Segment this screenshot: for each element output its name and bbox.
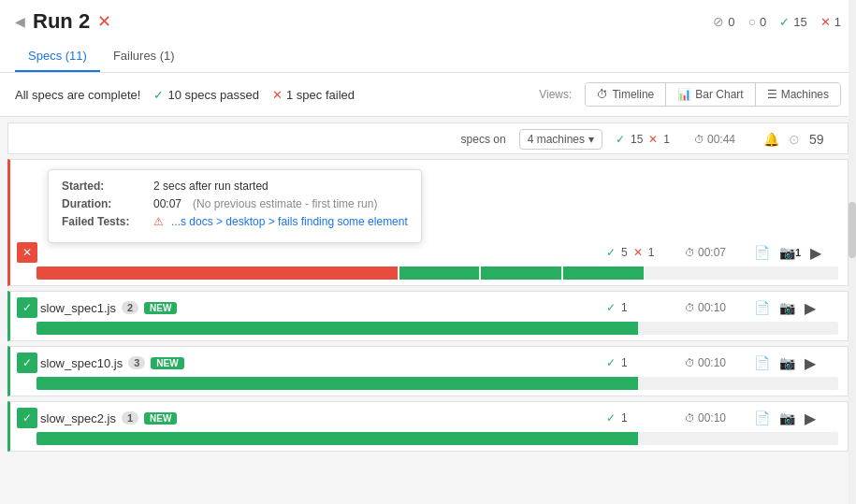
scrollbar-thumb[interactable] <box>849 202 856 258</box>
pass-icon: ✓ <box>616 133 625 146</box>
passed-check-icon: ✓ <box>779 15 790 29</box>
spec-action-icons: 📄 📷 ▶ <box>754 354 829 372</box>
play-button[interactable]: ▶ <box>810 244 821 262</box>
spec-slow2-row: ✓ slow_spec2.js 1 New ✓ 1 ⏱ 00:10 <box>7 401 849 452</box>
scrollbar-track[interactable] <box>849 0 856 504</box>
duration-label: Duration: <box>62 197 146 210</box>
archive-count: 59 <box>809 132 824 147</box>
spec-action-icons: 📄 📷 1 ▶ <box>754 244 829 262</box>
failed-spec-row: Started: 2 secs after run started Durati… <box>7 159 849 286</box>
warning-icon: ⚠ <box>153 215 164 228</box>
doc-icon[interactable]: 📄 <box>754 245 770 260</box>
summary-row: specs on 4 machines ▾ ✓ 15 ✕ 1 ⏱ 00:44 <box>7 122 849 154</box>
spec-name: slow_spec1.js 2 New <box>40 301 606 315</box>
doc-icon[interactable]: 📄 <box>754 355 770 370</box>
failed-cross-icon: ✕ <box>272 88 283 102</box>
tab-failures[interactable]: Failures (1) <box>100 41 188 72</box>
new-badge: New <box>144 302 177 314</box>
spec-slow1-row: ✓ slow_spec1.js 2 New ✓ 1 ⏱ 00:10 <box>7 291 849 341</box>
summary-icons: 🔔 ⊙ 59 <box>763 132 838 147</box>
spec-action-icons: 📄 📷 ▶ <box>754 299 829 317</box>
timeline-view-button[interactable]: ⏱ Timeline <box>586 83 666 106</box>
bar-pass-segment <box>36 322 638 335</box>
page-header: ◀ Run 2 ✕ ⊘ 0 ○ 0 ✓ 15 ✕ 1 <box>0 0 856 73</box>
spec-slow10-row: ✓ slow_spec10.js 3 New ✓ 1 ⏱ 00:10 <box>7 346 849 396</box>
spec-tooltip: Started: 2 secs after run started Durati… <box>48 169 422 243</box>
spec-number-badge: 3 <box>128 356 145 369</box>
toolbar: All specs are complete! ✓ 10 specs passe… <box>0 73 856 117</box>
bar-pass-segment <box>36 432 638 445</box>
passed-check-icon: ✓ <box>153 88 164 102</box>
clock-icon: ⏱ <box>685 302 695 313</box>
failed-count: 1 <box>834 15 841 29</box>
close-run-button[interactable]: ✕ <box>97 11 111 32</box>
bar-pass-segment-1 <box>399 266 480 280</box>
failed-tests-label: Failed Tests: <box>62 215 146 228</box>
tab-specs[interactable]: Specs (11) <box>15 41 100 72</box>
machines-selector[interactable]: 4 machines ▾ <box>519 129 602 150</box>
started-value: 2 secs after run started <box>153 180 268 193</box>
failed-summary: ✕ 1 spec failed <box>272 88 355 102</box>
spec-action-icons: 📄 📷 ▶ <box>754 410 829 427</box>
back-button[interactable]: ◀ <box>15 14 25 29</box>
chevron-down-icon: ▾ <box>588 133 594 146</box>
pass-icon: ✓ <box>606 356 616 369</box>
bar-pass-segment-2 <box>481 266 561 280</box>
duration-note: (No previous estimate - first time run) <box>193 197 377 210</box>
spec-duration: ⏱ 00:10 <box>685 411 741 425</box>
spec-bar <box>10 266 848 285</box>
failed-test-link[interactable]: ...s docs > desktop > fails finding some… <box>171 215 408 228</box>
timeline-icon: ⏱ <box>597 88 608 101</box>
total-tests: ✓ 15 ✕ 1 <box>616 133 681 146</box>
skipped-count: 0 <box>760 15 766 29</box>
spec-tests: ✓ 1 <box>606 301 672 314</box>
pass-status-badge: ✓ <box>17 353 37 373</box>
doc-icon[interactable]: 📄 <box>754 410 770 425</box>
bar-failed-segment <box>36 266 398 280</box>
duration-value: 00:07 <box>153 197 181 210</box>
started-label: Started: <box>62 180 146 193</box>
barchart-icon: 📊 <box>677 88 691 101</box>
play-button[interactable]: ▶ <box>805 299 816 317</box>
bell-icon: 🔔 <box>763 132 779 147</box>
pass-icon: ✓ <box>606 301 616 314</box>
spec-tests: ✓ 5 ✕ 1 <box>606 246 672 259</box>
new-badge: New <box>144 412 177 425</box>
passed-count: 15 <box>793 15 806 29</box>
spec-tests: ✓ 1 <box>606 356 672 369</box>
pass-status-badge: ✓ <box>17 408 37 428</box>
machines-view-button[interactable]: ☰ Machines <box>756 83 840 106</box>
machines-icon: ☰ <box>767 88 777 101</box>
fail-icon: ✕ <box>648 133 658 146</box>
passed-summary: ✓ 10 specs passed <box>153 88 259 102</box>
clock-icon: ⏱ <box>685 357 695 368</box>
play-button[interactable]: ▶ <box>805 354 816 372</box>
content-area: specs on 4 machines ▾ ✓ 15 ✕ 1 ⏱ 00:44 <box>0 117 856 504</box>
spec-duration: ⏱ 00:07 <box>685 246 741 259</box>
spec-bar <box>10 432 848 451</box>
pass-status-badge: ✓ <box>17 297 37 318</box>
page-title: Run 2 <box>33 9 90 34</box>
blocked-count: 0 <box>728 15 734 29</box>
camera-icon: 📷 <box>779 410 795 425</box>
camera-icon[interactable]: 📷 <box>779 245 795 260</box>
fail-status-badge: ✕ <box>17 242 37 263</box>
spec-bar <box>10 322 848 340</box>
blocked-icon: ⊘ <box>713 14 724 29</box>
clock-icon: ⏱ <box>694 134 704 145</box>
pass-icon: ✓ <box>606 411 616 425</box>
camera-icon: 📷 <box>779 300 795 315</box>
barchart-view-button[interactable]: 📊 Bar Chart <box>666 83 755 106</box>
doc-icon[interactable]: 📄 <box>754 300 770 315</box>
camera-icon: 📷 <box>779 355 795 370</box>
spec-bar <box>10 377 848 396</box>
run-stats: ⊘ 0 ○ 0 ✓ 15 ✕ 1 <box>713 14 841 29</box>
views-label: Views: <box>539 88 572 101</box>
bar-pass-segment-3 <box>563 266 644 280</box>
spec-number-badge: 1 <box>122 411 138 425</box>
completion-status: All specs are complete! <box>15 88 140 102</box>
specs-on-label: specs on <box>461 133 506 146</box>
view-switcher: ⏱ Timeline 📊 Bar Chart ☰ Machines <box>585 82 841 107</box>
play-button[interactable]: ▶ <box>805 410 816 427</box>
spec-tests: ✓ 1 <box>606 411 672 425</box>
